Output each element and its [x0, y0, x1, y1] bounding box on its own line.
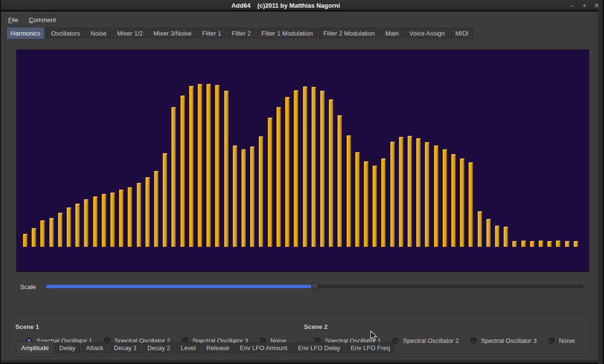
harmonic-bar[interactable] — [93, 196, 97, 247]
maximize-button[interactable]: + — [580, 1, 589, 10]
harmonics-plot[interactable] — [16, 49, 589, 272]
harmonic-bar[interactable] — [102, 194, 106, 247]
harmonic-bar[interactable] — [119, 190, 123, 247]
main-tab[interactable]: Harmonics — [6, 27, 45, 39]
oscillator-option[interactable]: Noise — [548, 337, 575, 344]
harmonic-bar[interactable] — [530, 241, 534, 247]
harmonic-bar[interactable] — [277, 107, 281, 247]
harmonic-bar[interactable] — [233, 146, 237, 247]
harmonic-bar[interactable] — [154, 171, 158, 247]
main-tab[interactable]: Filter 2 — [228, 28, 255, 39]
harmonic-bar[interactable] — [145, 177, 150, 247]
harmonic-bar[interactable] — [23, 234, 27, 247]
harmonic-bar[interactable] — [434, 146, 438, 247]
menu-item[interactable]: Comment — [24, 15, 60, 25]
option-label[interactable]: Spectral Oscillator 3 — [481, 337, 537, 344]
envelope-tab[interactable]: Delay — [55, 342, 80, 353]
harmonic-bar[interactable] — [206, 84, 211, 247]
harmonic-bar[interactable] — [320, 91, 325, 247]
harmonic-bar[interactable] — [347, 135, 351, 247]
harmonic-bar[interactable] — [565, 241, 569, 247]
main-tab[interactable]: Mixer 1/2 — [113, 28, 147, 39]
main-tab[interactable]: Filter 1 Modulation — [257, 28, 317, 39]
harmonic-bar[interactable] — [84, 199, 88, 247]
harmonic-bar[interactable] — [259, 136, 263, 247]
harmonic-bar[interactable] — [224, 91, 229, 247]
harmonic-bar[interactable] — [495, 226, 499, 247]
option-label[interactable]: Spectral Oscillator 2 — [403, 337, 459, 344]
main-tab[interactable]: Noise — [86, 28, 111, 39]
harmonic-bar[interactable] — [303, 86, 307, 247]
oscillator-option[interactable]: Spectral Oscillator 2 — [392, 337, 459, 344]
harmonic-bar[interactable] — [75, 204, 80, 247]
harmonic-bar[interactable] — [451, 154, 456, 247]
main-tab[interactable]: MIDI — [451, 28, 472, 39]
envelope-tab[interactable]: Env LFO Amount — [235, 342, 291, 353]
harmonic-bar[interactable] — [364, 161, 368, 247]
main-tab[interactable]: Oscillators — [47, 28, 85, 39]
harmonic-bar[interactable] — [67, 207, 71, 247]
radio-button[interactable] — [548, 338, 555, 344]
harmonic-bar[interactable] — [556, 241, 560, 247]
envelope-tab[interactable]: Attack — [82, 342, 108, 353]
harmonic-bar[interactable] — [250, 146, 254, 247]
harmonic-bar[interactable] — [504, 227, 508, 247]
main-tab[interactable]: Filter 1 — [198, 28, 226, 39]
main-tab[interactable]: Filter 2 Modulation — [319, 28, 379, 39]
oscillator-option[interactable]: Spectral Oscillator 3 — [471, 337, 537, 344]
main-tab[interactable]: Mixer 3/Noise — [149, 28, 196, 39]
menu-item[interactable]: File — [4, 15, 23, 25]
harmonic-bar[interactable] — [443, 149, 447, 247]
harmonic-bar[interactable] — [294, 90, 298, 247]
harmonic-bar[interactable] — [215, 85, 219, 247]
harmonic-bar[interactable] — [198, 84, 202, 247]
harmonic-bar[interactable] — [486, 219, 491, 247]
harmonic-bar[interactable] — [408, 136, 412, 247]
envelope-tab[interactable]: Decay 2 — [143, 342, 175, 353]
harmonic-bar[interactable] — [40, 220, 45, 247]
harmonic-bar[interactable] — [128, 187, 132, 247]
harmonic-bar[interactable] — [512, 241, 517, 247]
slider-handle[interactable] — [311, 282, 319, 291]
harmonic-bar[interactable] — [338, 115, 342, 247]
harmonic-bar[interactable] — [285, 97, 290, 247]
main-tab[interactable]: Main — [381, 28, 403, 39]
harmonic-bar[interactable] — [425, 142, 429, 247]
option-label[interactable]: Noise — [559, 337, 575, 344]
harmonic-bar[interactable] — [469, 162, 473, 247]
main-tab[interactable]: Voice Assign — [405, 28, 449, 39]
harmonic-bar[interactable] — [399, 137, 403, 247]
harmonic-bar[interactable] — [49, 218, 54, 247]
harmonic-bar[interactable] — [268, 118, 272, 247]
harmonic-bar[interactable] — [521, 241, 526, 247]
harmonic-bar[interactable] — [478, 211, 482, 247]
harmonic-bar[interactable] — [137, 183, 141, 247]
harmonic-bar[interactable] — [171, 107, 176, 247]
harmonic-bar[interactable] — [355, 152, 360, 247]
harmonic-bar[interactable] — [110, 193, 115, 247]
envelope-tab[interactable]: Release — [202, 342, 234, 353]
harmonic-bar[interactable] — [181, 96, 185, 247]
envelope-tab[interactable]: Amplitude — [17, 341, 53, 353]
harmonic-bar[interactable] — [381, 158, 386, 247]
envelope-tab[interactable]: Env LFO Freq — [347, 342, 395, 353]
harmonic-bar[interactable] — [539, 241, 543, 247]
radio-button[interactable] — [471, 338, 477, 344]
harmonic-bar[interactable] — [329, 99, 333, 247]
harmonic-bar[interactable] — [312, 87, 316, 247]
harmonic-bar[interactable] — [189, 86, 193, 247]
harmonic-bar[interactable] — [242, 149, 246, 247]
harmonic-bar[interactable] — [574, 241, 578, 247]
harmonic-bar[interactable] — [32, 228, 36, 247]
scale-slider[interactable] — [46, 281, 583, 291]
harmonic-bar[interactable] — [163, 153, 167, 247]
harmonic-bar[interactable] — [58, 213, 62, 247]
harmonic-bar[interactable] — [547, 241, 552, 247]
harmonic-bar[interactable] — [460, 158, 464, 247]
harmonic-bar[interactable] — [390, 142, 395, 247]
envelope-tab[interactable]: Level — [177, 342, 200, 353]
envelope-tab[interactable]: Env LFO Delay — [293, 342, 344, 353]
harmonic-bar[interactable] — [373, 166, 377, 247]
harmonic-bar[interactable] — [416, 138, 421, 247]
minimize-button[interactable]: – — [568, 1, 576, 10]
